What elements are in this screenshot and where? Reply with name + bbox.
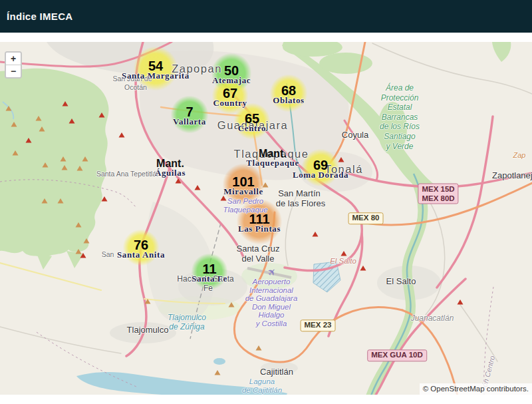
app-header: Índice IMECA — [0, 0, 532, 33]
map-attribution[interactable]: © OpenStreetMap contributors. — [420, 383, 532, 395]
map-base — [0, 42, 532, 395]
map-container[interactable]: ZapopanGuadalajaraTlaquepaqueTonaláCoyul… — [0, 42, 532, 395]
zoom-control: + − — [5, 51, 22, 79]
zoom-in-button[interactable]: + — [6, 53, 21, 65]
page-title: Índice IMECA — [0, 11, 72, 22]
zoom-out-button[interactable]: − — [6, 65, 21, 77]
